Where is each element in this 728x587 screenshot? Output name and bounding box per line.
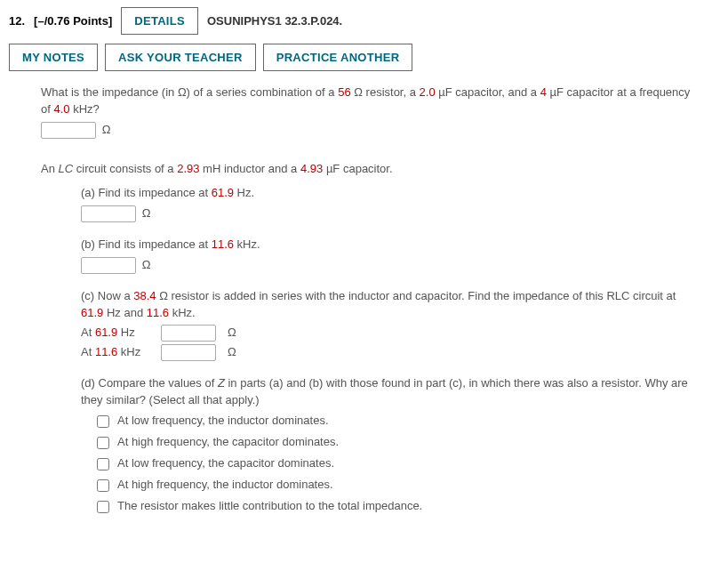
part-c-unit-1: Ω xyxy=(228,325,236,342)
part-c: (c) Now a 38.4 Ω resistor is added in se… xyxy=(81,288,701,361)
q1-answer-input[interactable] xyxy=(41,122,96,139)
part-c-row1-label: At 61.9 Hz xyxy=(81,325,152,342)
practice-another-button[interactable]: PRACTICE ANOTHER xyxy=(263,44,413,71)
my-notes-button[interactable]: MY NOTES xyxy=(9,44,98,71)
q1-unit: Ω xyxy=(102,123,111,136)
part-a-unit: Ω xyxy=(142,206,151,220)
part-b: (b) Find its impedance at 11.6 kHz. Ω xyxy=(81,237,701,274)
part-a: (a) Find its impedance at 61.9 Hz. Ω xyxy=(81,185,701,222)
question-2: An LC circuit consists of a 2.93 mH indu… xyxy=(41,161,701,516)
ask-teacher-button[interactable]: ASK YOUR TEACHER xyxy=(105,44,256,71)
part-d-opt-1[interactable] xyxy=(97,437,109,449)
part-c-input-1[interactable] xyxy=(161,325,216,342)
action-buttons: MY NOTES ASK YOUR TEACHER PRACTICE ANOTH… xyxy=(9,44,719,71)
part-d-opt-4[interactable] xyxy=(97,501,109,513)
part-d-opt-1-label: At high frequency, the capacitor dominat… xyxy=(117,434,339,451)
part-d-opt-3[interactable] xyxy=(97,479,109,492)
q2-intro: An LC circuit consists of a 2.93 mH indu… xyxy=(41,162,393,175)
part-a-input[interactable] xyxy=(81,205,136,222)
question-1: What is the impedance (in Ω) of a series… xyxy=(41,84,701,139)
question-number: 12. xyxy=(9,14,25,28)
question-header: 12. [–/0.76 Points] DETAILS OSUNIPHYS1 3… xyxy=(9,7,719,35)
part-d: (d) Compare the values of Z in parts (a)… xyxy=(81,375,701,516)
q1-text: What is the impedance (in Ω) of a series… xyxy=(41,85,690,116)
part-c-input-2[interactable] xyxy=(161,344,216,361)
points-label: [–/0.76 Points] xyxy=(34,14,112,28)
part-b-unit: Ω xyxy=(142,258,151,271)
part-d-opt-4-label: The resistor makes little contribution t… xyxy=(117,498,422,515)
part-d-opt-2[interactable] xyxy=(97,458,109,470)
part-d-opt-3-label: At high frequency, the inductor dominate… xyxy=(117,477,333,494)
part-c-unit-2: Ω xyxy=(228,344,236,361)
part-c-row2-label: At 11.6 kHz xyxy=(81,344,152,361)
part-d-opt-0[interactable] xyxy=(97,415,109,428)
part-d-opt-0-label: At low frequency, the inductor dominates… xyxy=(117,413,329,430)
part-b-input[interactable] xyxy=(81,257,136,274)
details-button[interactable]: DETAILS xyxy=(121,7,198,35)
source-label: OSUNIPHYS1 32.3.P.024. xyxy=(207,14,342,28)
part-d-opt-2-label: At low frequency, the capacitor dominate… xyxy=(117,455,334,472)
